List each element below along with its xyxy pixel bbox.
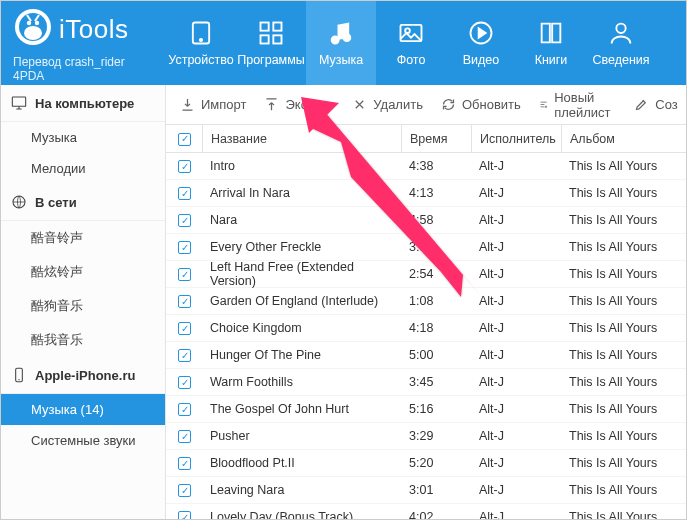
track-name: Every Other Freckle (202, 234, 401, 260)
sidebar-item[interactable]: 酷我音乐 (1, 323, 165, 357)
track-artist: Alt-J (471, 207, 561, 233)
nav-label: Видео (463, 53, 500, 67)
track-artist: Alt-J (471, 234, 561, 260)
row-checkbox[interactable]: ✓ (178, 268, 191, 281)
track-row[interactable]: ✓Nara4:58Alt-JThis Is All Yours (166, 207, 686, 234)
sidebar-section-head[interactable]: Apple-iPhone.ru (1, 357, 165, 394)
track-name: Bloodflood Pt.II (202, 450, 401, 476)
app-subtitle: Перевод crash_rider 4PDA (13, 55, 154, 83)
track-time: 4:13 (401, 180, 471, 206)
track-artist: Alt-J (471, 504, 561, 519)
svg-point-6 (200, 39, 202, 41)
track-artist: Alt-J (471, 288, 561, 314)
track-row[interactable]: ✓Every Other Freckle3:36Alt-JThis Is All… (166, 234, 686, 261)
track-time: 3:45 (401, 369, 471, 395)
track-album: This Is All Yours (561, 261, 686, 287)
svg-point-11 (332, 37, 339, 44)
nav-info[interactable]: Сведения (586, 1, 656, 85)
svg-point-4 (35, 21, 39, 25)
sidebar-item[interactable]: 酷狗音乐 (1, 289, 165, 323)
col-album[interactable]: Альбом (561, 125, 686, 152)
svg-rect-8 (273, 23, 281, 31)
row-checkbox[interactable]: ✓ (178, 214, 191, 227)
row-checkbox[interactable]: ✓ (178, 160, 191, 173)
row-checkbox[interactable]: ✓ (178, 484, 191, 497)
track-artist: Alt-J (471, 153, 561, 179)
svg-point-16 (616, 24, 625, 33)
track-artist: Alt-J (471, 396, 561, 422)
delete-button[interactable]: Удалить (352, 97, 423, 112)
sidebar-section-title: На компьютере (35, 96, 134, 111)
playlist-label: Новый плейлист (554, 90, 616, 120)
export-label: Экспорт (285, 97, 334, 112)
svg-point-20 (18, 379, 19, 380)
col-name[interactable]: Название (202, 125, 401, 152)
svg-point-2 (24, 26, 42, 40)
nav-label: Фото (397, 53, 426, 67)
track-name: Pusher (202, 423, 401, 449)
refresh-button[interactable]: Обновить (441, 97, 521, 112)
track-name: Warm Foothills (202, 369, 401, 395)
row-checkbox[interactable]: ✓ (178, 376, 191, 389)
row-checkbox[interactable]: ✓ (178, 457, 191, 470)
track-time: 3:01 (401, 477, 471, 503)
track-artist: Alt-J (471, 369, 561, 395)
delete-label: Удалить (373, 97, 423, 112)
export-button[interactable]: Экспорт (264, 97, 334, 112)
track-album: This Is All Yours (561, 450, 686, 476)
track-row[interactable]: ✓Warm Foothills3:45Alt-JThis Is All Your… (166, 369, 686, 396)
row-checkbox[interactable]: ✓ (178, 241, 191, 254)
svg-rect-17 (12, 97, 25, 106)
sidebar-section-head[interactable]: На компьютере (1, 85, 165, 122)
sidebar-item[interactable]: Музыка (14) (1, 394, 165, 425)
select-all-checkbox[interactable]: ✓ (178, 133, 191, 146)
track-row[interactable]: ✓Pusher3:29Alt-JThis Is All Yours (166, 423, 686, 450)
track-name: Hunger Of The Pine (202, 342, 401, 368)
track-time: 4:02 (401, 504, 471, 519)
track-row[interactable]: ✓Left Hand Free (Extended Version)2:54Al… (166, 261, 686, 288)
track-time: 3:29 (401, 423, 471, 449)
track-artist: Alt-J (471, 342, 561, 368)
sidebar-item[interactable]: 酷音铃声 (1, 221, 165, 255)
nav-video[interactable]: Видео (446, 1, 516, 85)
track-row[interactable]: ✓Bloodflood Pt.II5:20Alt-JThis Is All Yo… (166, 450, 686, 477)
row-checkbox[interactable]: ✓ (178, 187, 191, 200)
track-row[interactable]: ✓Choice Kingdom4:18Alt-JThis Is All Your… (166, 315, 686, 342)
row-checkbox[interactable]: ✓ (178, 349, 191, 362)
track-row[interactable]: ✓Arrival In Nara4:13Alt-JThis Is All You… (166, 180, 686, 207)
track-time: 4:18 (401, 315, 471, 341)
nav-apps[interactable]: Программы (236, 1, 306, 85)
track-artist: Alt-J (471, 450, 561, 476)
track-time: 1:08 (401, 288, 471, 314)
track-row[interactable]: ✓Lovely Day (Bonus Track)4:02Alt-JThis I… (166, 504, 686, 519)
nav-device[interactable]: Устройство (166, 1, 236, 85)
sidebar-item[interactable]: Музыка (1, 122, 165, 153)
nav-books[interactable]: Книги (516, 1, 586, 85)
sidebar-item[interactable]: Системные звуки (1, 425, 165, 456)
row-checkbox[interactable]: ✓ (178, 430, 191, 443)
sidebar-item[interactable]: Мелодии (1, 153, 165, 184)
sidebar-item[interactable]: 酷炫铃声 (1, 255, 165, 289)
track-time: 5:00 (401, 342, 471, 368)
import-button[interactable]: Импорт (180, 97, 246, 112)
track-row[interactable]: ✓Garden Of England (Interlude)1:08Alt-JT… (166, 288, 686, 315)
row-checkbox[interactable]: ✓ (178, 403, 191, 416)
track-album: This Is All Yours (561, 477, 686, 503)
track-artist: Alt-J (471, 180, 561, 206)
row-checkbox[interactable]: ✓ (178, 322, 191, 335)
row-checkbox[interactable]: ✓ (178, 295, 191, 308)
track-row[interactable]: ✓Intro4:38Alt-JThis Is All Yours (166, 153, 686, 180)
nav-photo[interactable]: Фото (376, 1, 446, 85)
track-row[interactable]: ✓Hunger Of The Pine5:00Alt-JThis Is All … (166, 342, 686, 369)
nav-music[interactable]: Музыка (306, 1, 376, 85)
create-button[interactable]: Соз (634, 97, 677, 112)
row-checkbox[interactable]: ✓ (178, 511, 191, 519)
col-time[interactable]: Время (401, 125, 471, 152)
track-artist: Alt-J (471, 477, 561, 503)
col-artist[interactable]: Исполнитель (471, 125, 561, 152)
track-row[interactable]: ✓Leaving Nara3:01Alt-JThis Is All Yours (166, 477, 686, 504)
track-row[interactable]: ✓The Gospel Of John Hurt5:16Alt-JThis Is… (166, 396, 686, 423)
sidebar-section-head[interactable]: В сети (1, 184, 165, 221)
new-playlist-button[interactable]: Новый плейлист (539, 90, 616, 120)
track-album: This Is All Yours (561, 504, 686, 519)
